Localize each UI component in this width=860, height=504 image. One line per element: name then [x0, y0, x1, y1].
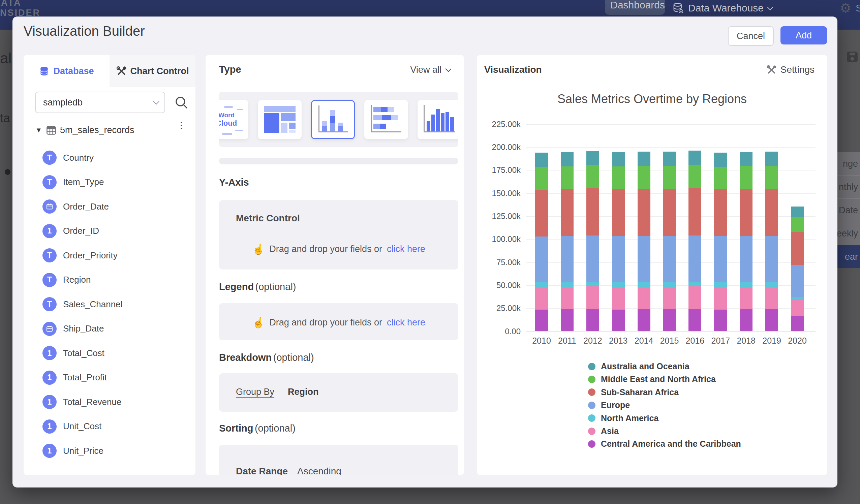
bar-segment-2017-europe [714, 236, 727, 282]
bar-segment-2016-middle-east-and-north-africa [688, 165, 701, 188]
database-select-value: sampledb [43, 97, 83, 108]
caret-expanded-icon[interactable]: ▼ [35, 126, 42, 134]
visualization-header: Visualization [484, 64, 542, 75]
field-item-unit_price[interactable]: 1Unit_Price [42, 444, 103, 458]
tab-chart-control[interactable]: Chart Control [110, 55, 196, 87]
drop-hint-text: Drag and drop your fields or [269, 244, 382, 254]
bar-segment-2010-australia-and-oceania [535, 153, 548, 167]
legend-item-middle-east-and-north-africa[interactable]: Middle East and North Africa [588, 374, 716, 384]
legend-label: Asia [601, 426, 619, 436]
nav-item-settings[interactable]: ⚙ Settin [840, 1, 860, 15]
search-icon[interactable] [174, 95, 188, 110]
bar-segment-2014-central-america-and-the-caribbean [637, 309, 650, 331]
field-item-total_revenue[interactable]: 1Total_Revenue [42, 395, 121, 409]
view-all-dropdown[interactable]: View all [410, 65, 450, 75]
kebab-menu-icon[interactable]: ⋮ [177, 122, 186, 128]
chart-type-card-column[interactable] [417, 100, 458, 139]
bar-segment-2014-middle-east-and-north-africa [637, 166, 650, 189]
legend-item-australia-and-oceania[interactable]: Australia and Oceania [588, 361, 689, 371]
chart-type-card-treemap[interactable] [258, 100, 302, 139]
nav-item-data-warehouse[interactable]: Data Warehouse [672, 1, 772, 15]
legend-label: Sub-Saharan Africa [601, 387, 679, 397]
field-item-ship_date[interactable]: Ship_Date [42, 322, 104, 336]
chart-type-card-stacked-bar[interactable] [364, 100, 408, 139]
group-by-label: Group By [236, 387, 274, 397]
field-label: Unit_Cost [63, 421, 101, 432]
settings-button[interactable]: Settings [766, 64, 815, 75]
bar-segment-2019-australia-and-oceania [765, 152, 778, 166]
field-item-region[interactable]: TRegion [42, 273, 91, 287]
table-tree-row[interactable]: ▼ 5m_sales_records ⋮ [24, 121, 196, 141]
field-item-country[interactable]: TCountry [42, 150, 94, 165]
bar-segment-2013-central-america-and-the-caribbean [612, 309, 625, 332]
click-here-link[interactable]: click here [387, 244, 425, 254]
field-item-total_cost[interactable]: 1Total_Cost [42, 346, 104, 360]
legend-item-europe[interactable]: Europe [588, 400, 630, 410]
legend-item-central-america-and-the-caribbean[interactable]: Central America and the Caribbean [588, 439, 741, 449]
field-item-order_id[interactable]: 1Order_ID [42, 224, 99, 238]
view-all-label: View all [410, 65, 442, 75]
dimmed-heading-fragment: al [0, 50, 12, 67]
field-item-total_profit[interactable]: 1Total_Profit [42, 371, 107, 385]
bar-segment-2020-asia [791, 300, 804, 316]
text-field-icon: T [42, 248, 57, 262]
tab-label: Database [53, 66, 94, 76]
nav-item-dashboards[interactable]: Dashboards [605, 0, 665, 15]
field-item-unit_cost[interactable]: 1Unit_Cost [42, 419, 101, 434]
database-sidebar: Database Chart Control sampledb [24, 55, 196, 475]
number-field-icon: 1 [42, 395, 57, 409]
database-select[interactable]: sampledb [35, 92, 165, 113]
chart-title: Sales Metrics Overtime by Regions [477, 92, 827, 106]
field-item-sales_channel[interactable]: TSales_Channel [42, 297, 122, 311]
chart-type-card-word-cloud[interactable]: Word Cloud [219, 100, 248, 139]
y-axis-tick-label: 175.00k [484, 165, 521, 175]
dimmed-dropdown-item[interactable]: nthly [837, 175, 860, 199]
bar-segment-2014-north-america [637, 282, 650, 287]
legend-item-north-america[interactable]: North America [588, 413, 658, 423]
bar-segment-2016-sub-saharan-africa [688, 188, 701, 235]
y-axis-tick-label: 150.00k [484, 189, 521, 198]
click-here-link[interactable]: click here [387, 317, 425, 328]
bar-segment-2018-australia-and-oceania [740, 152, 752, 166]
field-label: Total_Revenue [63, 397, 121, 407]
chevron-down-icon [767, 4, 773, 10]
dimmed-dropdown-item-selected[interactable]: ear [837, 245, 860, 268]
breakdown-card: Group By Region [219, 373, 458, 412]
bar-segment-2020-australia-and-oceania [791, 206, 804, 217]
chevron-down-icon [153, 98, 159, 104]
word-cloud-word: Cloud [219, 119, 248, 128]
bar-segment-2014-asia [637, 287, 650, 309]
y-axis-tick-label: 125.00k [484, 212, 521, 221]
field-label: Total_Cost [63, 348, 104, 358]
add-button[interactable]: Add [780, 26, 827, 44]
dimmed-dropdown-item[interactable]: k Date [837, 199, 860, 222]
legend-label: Central America and the Caribbean [601, 439, 741, 449]
legend-dot [588, 402, 596, 409]
number-field-icon: 1 [42, 419, 57, 434]
legend-item-sub-saharan-africa[interactable]: Sub-Saharan Africa [588, 387, 679, 397]
tab-database[interactable]: Database [24, 55, 110, 87]
bar-segment-2020-sub-saharan-africa [791, 232, 804, 265]
field-item-order_priority[interactable]: TOrder_Priority [42, 248, 118, 262]
sorting-row[interactable]: Date Range Ascending [236, 466, 341, 475]
tab-label: Chart Control [130, 66, 189, 76]
bar-segment-2015-central-america-and-the-caribbean [663, 309, 676, 331]
legend-dot [588, 440, 596, 448]
bar-segment-2013-asia [612, 287, 625, 309]
date-field-icon [42, 322, 57, 336]
chart-type-card-stacked-column-selected[interactable] [311, 100, 355, 139]
dimmed-dropdown-item[interactable]: eekly [837, 222, 860, 245]
horizontal-scrollbar[interactable] [219, 158, 458, 164]
field-item-item_type[interactable]: TItem_Type [42, 175, 104, 189]
bar-segment-2018-middle-east-and-north-africa [740, 166, 752, 189]
cancel-button[interactable]: Cancel [728, 26, 774, 46]
legend-dot [588, 376, 596, 383]
field-item-order_date[interactable]: Order_Date [42, 199, 109, 214]
legend-drop-row: ☝ Drag and drop your fields or click her… [219, 317, 458, 329]
dimmed-dropdown-item[interactable]: nge [837, 152, 860, 175]
group-by-row[interactable]: Group By Region [236, 387, 319, 397]
settings-label: Settings [780, 64, 815, 75]
bar-segment-2013-sub-saharan-africa [612, 189, 625, 236]
legend-item-asia[interactable]: Asia [588, 426, 619, 436]
dimmed-dropdown-behind-modal: ngenthlyk Dateeeklyear [837, 152, 860, 268]
